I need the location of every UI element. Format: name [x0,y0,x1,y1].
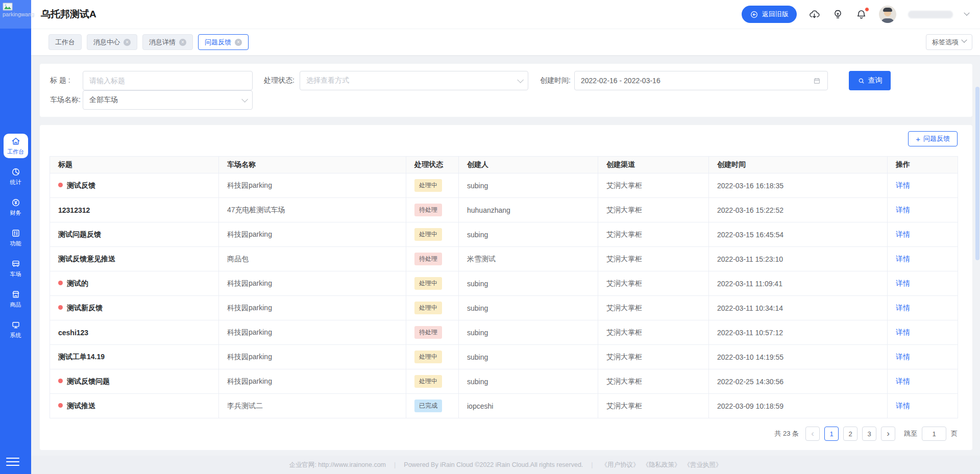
cell-time: 2022-03-16 16:18:35 [709,173,888,198]
detail-link[interactable]: 详情 [896,353,910,361]
date-filter-label: 创建时间: [540,76,574,85]
sidebar-item-parking[interactable]: 车场 [4,256,28,281]
cell-action: 详情 [888,271,958,296]
status-badge: 待处理 [414,326,442,339]
cell-channel: 艾润大掌柜 [598,320,709,345]
chevron-down-icon[interactable] [964,10,969,16]
table-header-row: 标题车场名称处理状态创建人创建渠道创建时间操作 [50,157,958,173]
footer-link[interactable]: 《营业执照》 [684,461,722,469]
sidebar-item-system[interactable]: 系统 [4,317,28,342]
sidebar-item-finance[interactable]: 财务 [4,195,28,219]
page-button-3[interactable]: 3 [862,427,876,441]
park-filter-select[interactable]: 全部车场 [83,90,253,110]
sidebar-item-label: 工作台 [7,148,24,156]
date-range-input[interactable]: 2022-02-16 - 2022-03-16 [574,71,828,90]
page-button-2[interactable]: 2 [843,427,857,441]
status-filter-select[interactable]: 选择查看方式 [300,71,528,90]
avatar[interactable] [879,6,896,23]
next-page-button[interactable]: › [881,427,895,441]
detail-link[interactable]: 详情 [896,402,910,410]
detail-link[interactable]: 详情 [896,328,910,336]
table-row: 1231231247充电桩测试车场待处理huhuanzhang艾润大掌柜2022… [50,198,958,222]
column-header: 处理状态 [406,157,459,173]
cell-park: 商品包 [219,247,406,271]
tab-message-center[interactable]: 消息中心× [87,34,137,50]
features-icon [11,228,21,238]
detail-link[interactable]: 详情 [896,304,910,312]
cell-creator: subing [459,369,598,394]
notification-bell-icon[interactable] [855,9,867,20]
detail-link[interactable]: 详情 [896,255,910,263]
plus-icon: + [916,135,920,143]
cell-title: 12312312 [50,198,219,222]
status-badge: 处理中 [414,228,442,241]
detail-link[interactable]: 详情 [896,206,910,214]
cell-title: 测试反馈 [50,173,219,198]
detail-link[interactable]: 详情 [896,181,910,189]
cell-action: 详情 [888,369,958,394]
cell-status: 处理中 [406,296,459,320]
top-header: 乌托邦测试A 返回旧版 [31,0,980,29]
cloud-download-icon[interactable] [808,9,820,20]
prev-page-button[interactable]: ‹ [805,427,820,441]
close-icon[interactable]: × [124,39,131,46]
footer-link[interactable]: 《隐私政策》 [643,461,681,469]
finance-icon [11,197,21,208]
workbench-icon [11,136,21,146]
scrollbar-thumb[interactable] [975,87,979,260]
back-to-old-version-button[interactable]: 返回旧版 [742,6,797,23]
close-icon[interactable]: × [235,39,242,46]
menu-collapse-icon[interactable] [6,458,19,466]
status-badge: 已完成 [414,400,442,412]
sidebar-item-goods[interactable]: 商品 [4,287,28,311]
search-button[interactable]: 查询 [849,71,891,90]
tab-message-detail[interactable]: 消息详情× [142,34,193,50]
cell-time: 2022-02-25 14:30:56 [709,369,888,394]
cell-park: 科技园parking [219,271,406,296]
detail-link[interactable]: 详情 [896,377,910,385]
table-row: 测试反馈意见推送商品包待处理米雪测试艾润大掌柜2022-03-11 15:23:… [50,247,958,271]
unread-dot-icon [58,183,63,187]
sidebar-item-stats[interactable]: 统计 [4,164,28,189]
sidebar-item-workbench[interactable]: 工作台 [4,134,28,158]
cell-creator: subing [459,222,598,247]
title-filter-input[interactable] [83,71,253,90]
notification-badge [865,7,869,12]
logo-alt-text: parkingwang [3,11,29,17]
close-icon[interactable]: × [179,39,186,46]
jump-page-input[interactable] [922,427,946,441]
status-filter-label: 处理状态: [264,76,300,85]
chevron-down-icon [517,77,524,83]
status-badge: 处理中 [414,302,442,314]
tab-feedback[interactable]: 问题反馈× [198,34,249,50]
cell-channel: 艾润大掌柜 [598,271,709,296]
cell-title: 测试反馈问题 [50,369,219,394]
feedback-table: 标题车场名称处理状态创建人创建渠道创建时间操作 测试反馈科技园parking处理… [50,156,958,418]
cell-action: 详情 [888,394,958,418]
tag-options-button[interactable]: 标签选项 [926,34,972,50]
cell-status: 处理中 [406,369,459,394]
detail-link[interactable]: 详情 [896,279,910,287]
status-badge: 处理中 [414,351,442,363]
footer-link[interactable]: 《用户协议》 [601,461,640,469]
cell-time: 2022-03-11 11:09:41 [709,271,888,296]
stats-icon [11,167,21,177]
sidebar-item-features[interactable]: 功能 [4,226,28,250]
goods-icon [11,289,21,300]
tab-workbench[interactable]: 工作台 [48,34,82,50]
cell-park: 科技园parking [219,369,406,394]
add-feedback-button[interactable]: + 问题反馈 [908,131,958,146]
cell-creator: iopceshi [459,394,598,418]
logo[interactable]: parkingwang [0,0,31,29]
pagination: 共 23 条 ‹ 123 › 跳至 页 [50,427,958,441]
system-icon [11,320,21,330]
page-button-1[interactable]: 1 [824,427,839,441]
cell-creator: subing [459,345,598,369]
table-body: 测试反馈科技园parking处理中subing艾润大掌柜2022-03-16 1… [50,173,958,418]
cell-channel: 艾润大掌柜 [598,296,709,320]
username-blurred[interactable] [908,11,953,18]
lightbulb-icon[interactable] [832,9,844,20]
detail-link[interactable]: 详情 [896,230,910,238]
status-badge: 待处理 [414,204,442,216]
cell-title: 测试问题反馈 [50,222,219,247]
